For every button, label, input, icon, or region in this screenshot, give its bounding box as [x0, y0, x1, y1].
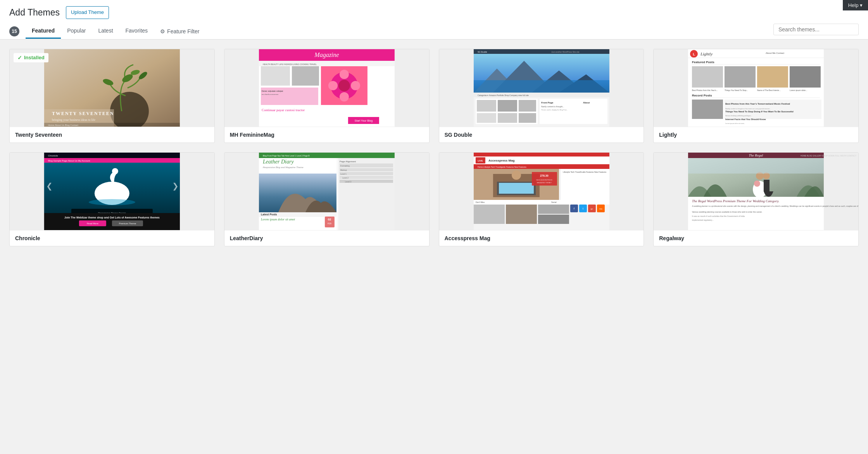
theme-info: Twenty Seventeen [10, 127, 214, 143]
svg-rect-170 [764, 180, 770, 191]
svg-text:Markup: Markup [340, 169, 347, 171]
svg-rect-33 [473, 49, 609, 54]
svg-text:A wedding planner is a profess: A wedding planner is a professional who … [692, 205, 858, 207]
svg-text:Lifestyle  Tech  TravelGuide  : Lifestyle Tech TravelGuide Features New … [563, 171, 606, 173]
themes-container: TWENTY SEVENTEEN bringing your business … [0, 40, 868, 256]
upload-theme-button[interactable]: Upload Theme [66, 6, 109, 19]
theme-screenshot-regalway: The Regal HOME BLOG GALLERY DROP DOWN FU… [654, 153, 858, 230]
svg-text:About: About [583, 101, 589, 104]
theme-screenshot-chronicle: Chronicle Blog Sample Page About Us My A… [10, 153, 214, 230]
svg-text:Magazine: Magazine [314, 52, 339, 58]
svg-text:Home   About Us   Blog   Conta: Home About Us Blog Contact [48, 124, 78, 126]
svg-text:Lorem ipsum dolor sit amet: Lorem ipsum dolor sit amet [261, 218, 295, 221]
svg-text:t: t [582, 207, 583, 210]
theme-name: Regalway [659, 235, 853, 241]
svg-rect-23 [261, 66, 290, 86]
svg-text:Featured Posts: Featured Posts [692, 60, 714, 64]
theme-card-twenty-seventeen[interactable]: TWENTY SEVENTEEN bringing your business … [9, 49, 215, 143]
svg-text:Just another WordPress Site si: Just another WordPress Site site [551, 51, 579, 53]
svg-text:Record Posts: Record Posts [692, 94, 712, 97]
theme-name: LeatherDiary [230, 235, 424, 241]
svg-text:02: 02 [328, 218, 331, 221]
svg-text:❯: ❯ [172, 182, 179, 191]
svg-text:The Regal: The Regal [749, 153, 763, 157]
svg-text:Various desktop publishing pac: Various desktop publishing packages... [725, 115, 752, 117]
svg-point-21 [351, 81, 360, 90]
svg-text:FEB: FEB [328, 222, 331, 225]
svg-rect-153 [538, 205, 569, 214]
svg-point-19 [340, 92, 349, 101]
svg-rect-41 [473, 80, 609, 93]
svg-rect-173 [688, 158, 824, 174]
theme-info: SG Double [439, 127, 644, 143]
theme-card-chronicle[interactable]: Chronicle Blog Sample Page About Us My A… [9, 152, 215, 246]
svg-text:Level 3: Level 3 [345, 181, 351, 183]
tab-featured[interactable]: Featured [26, 24, 61, 39]
theme-name: Lightly [659, 132, 853, 138]
svg-rect-65 [692, 66, 723, 88]
svg-rect-24 [292, 66, 319, 86]
tab-favorites[interactable]: Favorites [119, 24, 154, 39]
svg-text:implemented regulatory...: implemented regulatory... [692, 219, 714, 221]
svg-text:L: L [693, 52, 695, 56]
svg-text:TWENTY SEVENTEEN: TWENTY SEVENTEEN [52, 111, 114, 116]
svg-text:Things You Need To Stop...: Things You Need To Stop... [725, 89, 748, 91]
svg-text:Chronicle: Chronicle [48, 155, 58, 157]
tab-latest[interactable]: Latest [92, 24, 119, 39]
svg-text:❮: ❮ [46, 182, 53, 191]
theme-card-leatherdiary[interactable]: Blog Front Page Nav Tab Here Level 1 Lev… [224, 152, 430, 246]
theme-info: MH FeminineMag [224, 127, 429, 143]
installed-badge: ✓ Installed [14, 53, 48, 62]
theme-card-regalway[interactable]: The Regal HOME BLOG GALLERY DROP DOWN FU… [653, 152, 859, 246]
theme-card-lightly[interactable]: L Lightly About Me Contact Featured Post… [653, 49, 859, 143]
svg-text:Accesspress Mag: Accesspress Mag [488, 159, 514, 162]
svg-text:Lorem ipsum dolor...: Lorem ipsum dolor... [790, 89, 807, 91]
svg-text:arcu faucibus accumsan: arcu faucibus accumsan [262, 93, 278, 95]
svg-text:Front Page: Front Page [541, 101, 553, 104]
theme-screenshot-leatherdiary: Blog Front Page Nav Tab Here Level 1 Lev… [224, 153, 429, 230]
theme-name: Twenty Seventeen [15, 132, 209, 138]
svg-text:g+: g+ [590, 208, 593, 210]
svg-text:Namily content is thought on t: Namily content is thought on this event … [725, 108, 771, 110]
svg-rect-154 [538, 215, 569, 224]
svg-rect-47 [497, 100, 517, 112]
svg-text:Latest Posts: Latest Posts [261, 213, 277, 216]
svg-text:Social: Social [551, 201, 556, 203]
svg-text:Categories ▾  Amazon Portfolio: Categories ▾ Amazon Portfolio Shop Compa… [477, 94, 528, 96]
svg-text:Best Photos from this Year's..: Best Photos from this Year's... [692, 89, 718, 91]
svg-point-90 [112, 168, 118, 174]
svg-rect-51 [518, 113, 536, 123]
theme-info: Chronicle [10, 230, 214, 246]
svg-point-139 [511, 170, 521, 180]
svg-text:Responsive Blog and Magazine T: Responsive Blog and Magazine Theme [263, 166, 304, 169]
svg-text:The Regal WordPress Premium Th: The Regal WordPress Premium Theme For We… [692, 199, 779, 203]
tab-popular[interactable]: Popular [61, 24, 92, 39]
svg-text:Lorem ipsum dolor sit amet...: Lorem ipsum dolor sit amet... [725, 122, 745, 124]
theme-card-mh-feminemag[interactable]: Magazine HEALTH BEAUTY LIFE FASHION LIVI… [224, 49, 430, 143]
svg-text:NEED A WORDPRESS: NEED A WORDPRESS [536, 179, 552, 181]
svg-text:Lightly: Lightly [700, 52, 713, 56]
svg-text:278.30: 278.30 [540, 174, 549, 177]
theme-screenshot-mh-feminemag: Magazine HEALTH BEAUTY LIFE FASHION LIVI… [224, 49, 429, 127]
svg-text:Things You Need To Stop Doing : Things You Need To Stop Doing If You Wan… [725, 110, 794, 113]
theme-card-accesspress-mag[interactable]: LIVE Accesspress Mag Home Lifestyle Tech… [439, 152, 644, 246]
svg-text:bringing your business ideas t: bringing your business ideas to life [52, 118, 96, 122]
feature-filter-button[interactable]: ⚙ Feature Filter [154, 24, 205, 38]
svg-text:Join The Weblizar theme shop a: Join The Weblizar theme shop and Get Lot… [64, 216, 160, 219]
svg-text:Name of The Best Interior...: Name of The Best Interior... [757, 89, 781, 91]
help-button[interactable]: Help ▾ [843, 0, 868, 10]
svg-text:HOME  BLOG  GALLERY  DROP DOWN: HOME BLOG GALLERY DROP DOWN FULL WIDTH C… [801, 155, 856, 157]
svg-point-91 [89, 199, 135, 205]
theme-card-sg-double[interactable]: SG Double Just another WordPress Site si… [439, 49, 644, 143]
svg-text:Theme used to display the Blog: Theme used to display the Blog Post... [541, 109, 567, 111]
svg-text:It was as result of such activ: It was as result of such activities that… [692, 215, 745, 217]
theme-info: LeatherDiary [224, 230, 429, 246]
svg-rect-152 [506, 205, 537, 224]
svg-rect-130 [473, 153, 609, 156]
nav-tabs: Featured Popular Latest Favorites ⚙ Feat… [26, 24, 773, 39]
svg-text:Formatting: Formatting [340, 165, 350, 167]
svg-rect-46 [476, 100, 496, 112]
page-header: Add Themes Upload Theme 15 Featured Popu… [0, 0, 868, 40]
svg-text:Blog  Sample Page  About Us  M: Blog Sample Page About Us My Account [48, 160, 90, 162]
search-input[interactable] [773, 24, 859, 35]
